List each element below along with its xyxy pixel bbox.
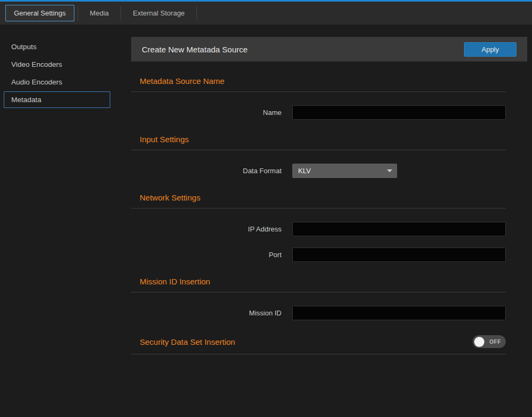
tab-separator bbox=[120, 6, 121, 21]
tab-general-settings[interactable]: General Settings bbox=[5, 5, 74, 21]
section-divider bbox=[131, 292, 506, 292]
sidebar: Outputs Video Encoders Audio Encoders Me… bbox=[0, 25, 131, 417]
port-input[interactable] bbox=[292, 248, 506, 262]
sidebar-item-metadata[interactable]: Metadata bbox=[4, 91, 110, 108]
section-heading: Network Settings bbox=[140, 193, 200, 202]
section-heading: Security Data Set Insertion bbox=[140, 337, 235, 346]
page-layout: Outputs Video Encoders Audio Encoders Me… bbox=[0, 25, 532, 417]
ip-address-label: IP Address bbox=[131, 225, 292, 233]
mission-id-label: Mission ID bbox=[131, 309, 292, 317]
sidebar-item-audio-encoders[interactable]: Audio Encoders bbox=[4, 74, 110, 90]
section-network-settings: Network Settings IP Address Port bbox=[131, 193, 506, 262]
section-security-data-set-insertion: Security Data Set Insertion OFF bbox=[131, 335, 506, 354]
section-input-settings: Input Settings Data Format KLV bbox=[131, 135, 506, 178]
tab-external-storage[interactable]: External Storage bbox=[124, 5, 193, 21]
form-area: Metadata Source Name Name Input Settings bbox=[131, 76, 506, 354]
section-heading: Metadata Source Name bbox=[140, 76, 224, 86]
data-format-label: Data Format bbox=[131, 167, 292, 175]
toggle-knob bbox=[474, 337, 484, 347]
ip-address-input[interactable] bbox=[292, 222, 506, 236]
section-mission-id-insertion: Mission ID Insertion Mission ID bbox=[131, 277, 506, 320]
security-data-set-toggle[interactable]: OFF bbox=[473, 335, 506, 348]
section-heading: Input Settings bbox=[140, 135, 189, 144]
tab-media[interactable]: Media bbox=[81, 5, 117, 21]
tab-separator bbox=[196, 6, 197, 21]
section-divider bbox=[131, 150, 506, 150]
sidebar-item-outputs[interactable]: Outputs bbox=[4, 38, 110, 55]
section-divider bbox=[131, 354, 506, 354]
chevron-down-icon bbox=[387, 169, 392, 172]
top-nav: General Settings Media External Storage bbox=[0, 2, 532, 25]
content-header: Create New Metatada Source Apply bbox=[131, 37, 527, 61]
form-row-data-format: Data Format KLV bbox=[131, 164, 506, 178]
section-metadata-source-name: Metadata Source Name Name bbox=[131, 76, 506, 120]
tab-separator bbox=[78, 6, 78, 21]
section-divider bbox=[131, 208, 506, 208]
form-row-port: Port bbox=[131, 248, 506, 262]
port-label: Port bbox=[131, 251, 292, 259]
form-row-mission-id: Mission ID bbox=[131, 306, 506, 320]
section-heading: Mission ID Insertion bbox=[140, 277, 210, 286]
form-row-name: Name bbox=[131, 105, 506, 120]
toggle-state-label: OFF bbox=[490, 339, 501, 345]
name-label: Name bbox=[131, 109, 292, 117]
data-format-dropdown[interactable]: KLV bbox=[292, 164, 397, 178]
mission-id-input[interactable] bbox=[292, 306, 506, 320]
form-row-ip-address: IP Address bbox=[131, 222, 506, 236]
sidebar-item-video-encoders[interactable]: Video Encoders bbox=[4, 56, 110, 73]
section-divider bbox=[131, 91, 506, 92]
apply-button[interactable]: Apply bbox=[464, 42, 516, 57]
page-title: Create New Metatada Source bbox=[142, 45, 248, 54]
data-format-selected-value: KLV bbox=[298, 167, 311, 175]
main-content: Create New Metatada Source Apply Metadat… bbox=[131, 25, 532, 417]
name-input[interactable] bbox=[292, 105, 506, 120]
